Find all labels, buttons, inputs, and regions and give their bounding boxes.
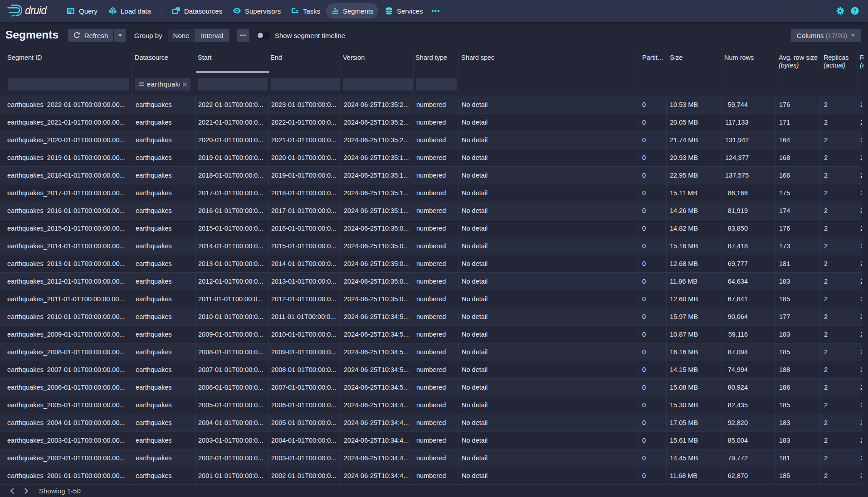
svg-text:?: ? — [853, 8, 856, 14]
